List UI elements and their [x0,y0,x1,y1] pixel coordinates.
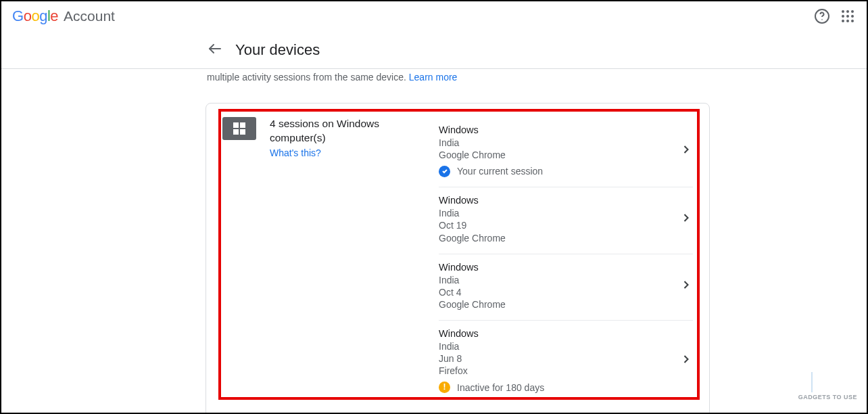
session-date: Oct 19 [439,219,679,231]
svg-point-5 [842,15,844,18]
session-row[interactable]: Windows India Jun 8 Firefox ! Inactive f… [439,321,693,403]
chevron-right-icon [679,143,693,159]
check-circle-icon [439,166,450,177]
session-date: Jun 8 [439,352,679,365]
svg-point-3 [846,10,849,13]
chevron-right-icon [679,352,693,369]
session-os: Windows [439,327,679,340]
page-description: multiple activity sessions from the same… [1,69,867,83]
card-body: 4 sessions on Windows computer(s) What's… [206,104,709,403]
session-row[interactable]: Windows India Oct 4 Google Chrome [439,254,693,321]
session-info: Windows India Oct 4 Google Chrome [439,261,679,310]
watermark-bar [811,372,813,392]
session-browser: Firefox [439,365,679,377]
session-row[interactable]: Windows India Oct 19 Google Chrome [439,187,693,254]
session-date: Oct 4 [439,286,679,298]
session-location: India [439,274,679,286]
session-browser: Google Chrome [439,232,679,244]
session-os: Windows [439,261,679,274]
session-info: Windows India Jun 8 Firefox ! Inactive f… [439,327,679,394]
session-location: India [439,340,679,352]
session-info: Windows India Oct 19 Google Chrome [439,194,679,244]
sessions-title-line2: computer(s) [270,131,439,145]
sessions-list: Windows India Google Chrome Your current… [439,117,693,403]
chevron-right-icon [679,278,693,294]
svg-point-8 [842,20,844,22]
card-left-column: 4 sessions on Windows computer(s) What's… [270,117,439,403]
session-browser: Google Chrome [439,298,679,310]
svg-point-7 [851,15,854,18]
session-status: Your current session [439,165,679,177]
session-os: Windows [439,194,679,207]
watermark-text: GADGETS TO USE [798,394,857,400]
windows-device-icon [222,117,256,140]
svg-point-10 [851,20,854,22]
session-location: India [439,207,679,219]
app-header: Google Account [1,1,867,31]
apps-grid-icon[interactable] [840,8,856,24]
header-actions [814,8,856,24]
description-text: multiple activity sessions from the same… [207,72,409,83]
svg-point-1 [821,19,823,20]
session-info: Windows India Google Chrome Your current… [439,124,679,177]
page-subheader: Your devices [1,31,867,69]
session-location: India [439,137,679,149]
product-name: Account [64,8,115,24]
svg-point-9 [846,20,849,22]
session-status-text: Inactive for 180 days [457,382,544,394]
back-arrow-icon[interactable] [207,41,223,60]
svg-point-4 [851,10,854,13]
content-area: 4 sessions on Windows computer(s) What's… [1,83,867,414]
warning-circle-icon: ! [439,382,450,393]
devices-card: 4 sessions on Windows computer(s) What's… [206,103,710,414]
header-logo-area: Google Account [12,7,115,25]
session-status-text: Your current session [457,165,543,177]
session-browser: Google Chrome [439,149,679,161]
svg-point-6 [846,15,849,18]
session-status: ! Inactive for 180 days [439,382,679,394]
learn-more-link[interactable]: Learn more [409,72,458,83]
svg-point-2 [842,10,844,13]
whats-this-link[interactable]: What's this? [270,147,321,158]
google-logo[interactable]: Google [12,7,58,25]
help-icon[interactable] [814,8,830,24]
sessions-title-line1: 4 sessions on Windows [270,117,439,131]
chevron-right-icon [679,211,693,227]
session-row[interactable]: Windows India Google Chrome Your current… [439,117,693,187]
session-os: Windows [439,124,679,137]
sessions-title: 4 sessions on Windows computer(s) [270,117,439,145]
page-title: Your devices [235,41,320,59]
